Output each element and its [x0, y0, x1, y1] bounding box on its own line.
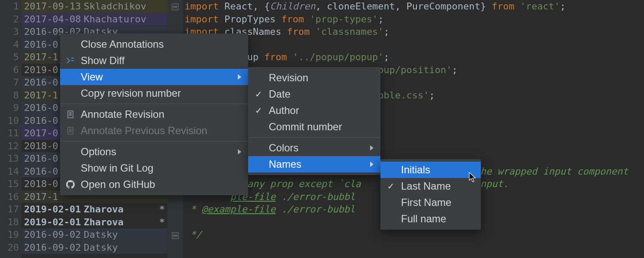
annotation-date: 2016-0: [24, 114, 58, 127]
annotation-date: 2016-0: [24, 165, 58, 178]
fold-toggle-icon[interactable]: [172, 232, 179, 239]
code-token: Children: [270, 1, 316, 12]
annotation-date: 2016-0: [24, 101, 58, 114]
line-number: 11: [0, 127, 21, 140]
document-icon: [66, 110, 75, 119]
annotation-date: 2016-09-02: [24, 241, 81, 254]
submenu-arrow-icon: [370, 162, 374, 167]
code-line[interactable]: import React, {Children, cloneElement, P…: [185, 0, 644, 13]
submenu-arrow-icon: [238, 149, 241, 154]
code-token: es any prop except `cla: [230, 178, 361, 189]
menu-item-names[interactable]: Names: [248, 156, 380, 172]
code-line[interactable]: [185, 38, 644, 51]
annotation-date: 2018-0: [24, 140, 58, 153]
annotations-context-menu: Close Annotations Show Diff View Copy re…: [60, 34, 248, 195]
menu-item-options[interactable]: Options: [60, 144, 248, 160]
menu-item-label: Full name: [401, 214, 446, 224]
code-token: 'react': [520, 1, 560, 12]
annotation-date: 2016-0: [24, 38, 58, 51]
menu-item-view[interactable]: View: [60, 69, 248, 85]
code-token: 'classnames': [316, 26, 384, 37]
menu-item-show-git-log[interactable]: Show in Git Log: [60, 160, 248, 176]
line-number: 15: [0, 178, 21, 190]
annotation-author: Datsky: [84, 228, 118, 241]
check-icon: ✓: [387, 182, 395, 190]
menu-item-colors[interactable]: Colors: [248, 140, 380, 156]
code-line[interactable]: [185, 241, 644, 254]
line-number: 5: [0, 51, 21, 64]
menu-item-date[interactable]: ✓ Date: [248, 86, 380, 102]
code-token: 'prop-types': [310, 14, 378, 25]
annotation-date: 2017-04-08: [24, 13, 81, 26]
annotation-date: 2017-1: [24, 89, 58, 102]
menu-item-label: Initials: [401, 165, 430, 175]
code-token: ;: [452, 64, 458, 75]
view-submenu: Revision ✓ Date ✓ Author Commit number C…: [248, 67, 380, 175]
menu-item-close-annotations[interactable]: Close Annotations: [60, 36, 248, 52]
menu-item-annotate-previous: Annotate Previous Revision: [60, 123, 248, 139]
menu-item-revision[interactable]: Revision: [248, 70, 380, 86]
annotation-row[interactable]: 2016-09-02Datsky: [21, 241, 167, 254]
code-token: ./error-bubbl: [276, 204, 355, 215]
menu-item-annotate-revision[interactable]: Annotate Revision: [60, 106, 248, 123]
code-line[interactable]: */: [185, 228, 644, 241]
code-token: ;: [384, 52, 389, 62]
menu-item-author[interactable]: ✓ Author: [248, 102, 380, 119]
menu-item-label: Open on GitHub: [81, 179, 155, 190]
annotation-date: 2016-09-02: [24, 228, 81, 241]
menu-item-label: View: [81, 72, 103, 82]
menu-item-label: Colors: [269, 143, 298, 153]
menu-item-last-name[interactable]: ✓ Last Name: [380, 178, 481, 194]
annotation-date: 2018-0: [24, 178, 58, 190]
line-number: 16: [0, 190, 21, 203]
line-number: 10: [0, 114, 21, 127]
annotation-author: Zharova: [84, 216, 124, 229]
menu-item-label: Show Diff: [81, 55, 125, 66]
annotation-row[interactable]: 2019-02-01Zharova*: [21, 216, 167, 229]
menu-item-label: Author: [269, 105, 299, 116]
code-token: ;: [378, 14, 383, 25]
annotation-row[interactable]: 2016-09-02Datsky: [21, 228, 167, 241]
menu-item-show-diff[interactable]: Show Diff: [60, 52, 248, 69]
menu-item-initials[interactable]: Initials: [380, 162, 481, 178]
menu-item-open-github[interactable]: Open on GitHub: [60, 176, 248, 193]
line-number: 3: [0, 25, 21, 38]
annotation-row[interactable]: 2017-09-13Skladchikov: [21, 0, 167, 13]
annotation-date: 2016-0: [24, 76, 58, 89]
menu-item-label: Names: [269, 159, 301, 169]
submenu-arrow-icon: [370, 145, 374, 150]
code-token: from: [287, 26, 315, 37]
code-line[interactable]: opup from '../popup/popup';: [185, 51, 644, 64]
line-number: 9: [0, 101, 21, 114]
code-line[interactable]: import PropTypes from 'prop-types';: [185, 13, 644, 26]
annotation-marker: *: [159, 216, 167, 229]
code-line[interactable]: import classNames from 'classnames';: [185, 25, 644, 38]
menu-item-label: First Name: [401, 197, 451, 208]
menu-item-label: Revision: [269, 73, 308, 83]
line-number: 2: [0, 13, 21, 26]
code-token: PropTypes: [219, 14, 281, 25]
line-number: 8: [0, 89, 21, 102]
github-icon: [66, 180, 75, 189]
line-number: 13: [0, 152, 21, 165]
menu-item-full-name[interactable]: Full name: [380, 211, 481, 227]
annotation-author: Skladchikov: [84, 0, 146, 13]
code-token: ubble.css': [372, 90, 429, 101]
code-token: he wrapped input component: [480, 166, 628, 177]
menu-item-label: Copy revision number: [81, 88, 181, 98]
annotation-author: Datsky: [84, 241, 118, 254]
menu-separator: [60, 141, 248, 141]
names-submenu: Initials ✓ Last Name First Name Full nam…: [380, 159, 481, 230]
menu-item-first-name[interactable]: First Name: [380, 194, 481, 211]
menu-item-copy-revision[interactable]: Copy revision number: [60, 85, 248, 101]
menu-item-commit-number[interactable]: Commit number: [248, 119, 380, 135]
code-token: ;: [560, 1, 565, 12]
annotation-row[interactable]: 2017-04-08Khachaturov: [21, 13, 167, 26]
code-token: React, {: [219, 1, 270, 12]
annotation-author: Zharova: [84, 203, 124, 216]
fold-toggle-icon[interactable]: [172, 3, 179, 10]
line-number: 1: [0, 0, 21, 13]
check-icon: ✓: [255, 106, 262, 115]
svg-rect-0: [68, 111, 73, 118]
annotation-row[interactable]: 2019-02-01Zharova*: [21, 203, 167, 216]
